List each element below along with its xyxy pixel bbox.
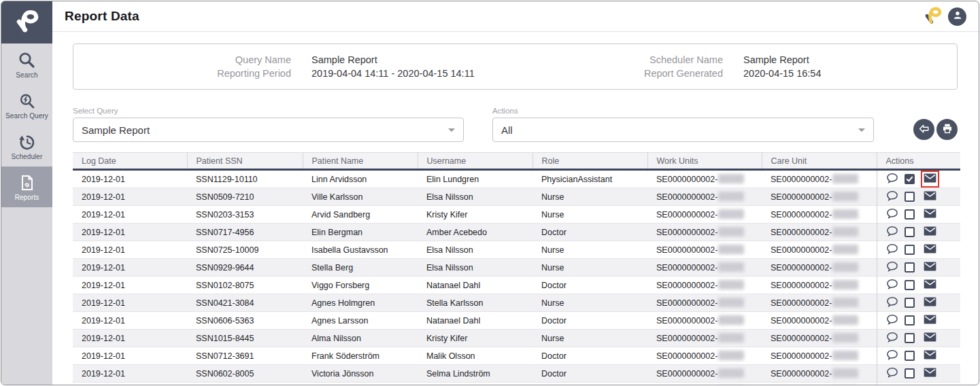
cell-patient-ssn: SSN0602-8005 [187, 365, 303, 383]
row-checkbox[interactable] [905, 368, 915, 379]
row-checkbox[interactable] [905, 333, 915, 343]
mail-button[interactable] [924, 191, 936, 203]
back-arrow-icon [917, 122, 930, 137]
redacted-value [832, 333, 858, 343]
cell-role: Nurse [533, 259, 647, 277]
cell-username: Elsa Nilsson [418, 188, 533, 206]
redacted-value [718, 227, 744, 236]
sidebar-item-reports[interactable]: Reports [1, 166, 52, 207]
row-checkbox[interactable] [905, 315, 915, 326]
mail-button[interactable] [924, 226, 936, 238]
chevron-down-icon [858, 128, 865, 132]
mail-highlight-box [921, 347, 939, 364]
mail-button[interactable] [924, 332, 936, 344]
cell-work-units: SE0000000002- [647, 347, 762, 365]
cell-care-unit: SE0000000002- [762, 383, 877, 386]
mail-button[interactable] [924, 173, 936, 185]
envelope-icon [924, 226, 936, 238]
row-checkbox[interactable] [905, 298, 915, 308]
row-checkbox[interactable] [905, 351, 915, 361]
cell-username: Kristy Kifer [418, 206, 533, 224]
cell-patient-ssn: SSN0717-4956 [187, 224, 303, 241]
cell-patient-name: Ville Karlsson [303, 188, 418, 206]
cell-patient-name: Agnes Larsson [303, 312, 418, 330]
back-button[interactable] [913, 119, 934, 140]
sidebar-item-scheduler[interactable]: Scheduler [1, 126, 52, 166]
cell-role: Doctor [533, 347, 647, 365]
mail-button[interactable] [924, 297, 936, 309]
comment-button[interactable] [886, 226, 898, 239]
cell-log-date: 2019-12-01 [73, 383, 187, 386]
comment-button[interactable] [886, 296, 898, 309]
sidebar-nav: Search Search Query [1, 43, 52, 207]
cell-patient-ssn: SSN0712-3691 [187, 347, 303, 365]
user-avatar-button[interactable] [948, 7, 966, 26]
cell-care-unit: SE0000000002- [762, 241, 877, 259]
row-checkbox[interactable] [905, 192, 915, 202]
mail-button[interactable] [924, 244, 936, 256]
row-checkbox[interactable] [905, 227, 915, 237]
cell-username: Selma Lindström [418, 365, 533, 383]
comment-button[interactable] [886, 261, 898, 274]
row-checkbox[interactable] [905, 209, 915, 220]
envelope-icon [924, 297, 936, 309]
cell-patient-ssn: SSN0203-3153 [187, 206, 303, 224]
cell-patient-name: Elin Bergman [303, 224, 418, 241]
cell-work-units: SE0000000002- [647, 365, 762, 383]
report-generated-label: Report Generated [604, 68, 723, 79]
envelope-icon [924, 173, 936, 185]
mail-button[interactable] [924, 262, 936, 273]
redacted-value [832, 192, 858, 201]
scheduler-name-value: Sample Report [723, 54, 957, 65]
comment-button[interactable] [886, 279, 898, 292]
comment-button[interactable] [886, 173, 898, 186]
sidebar-item-label: Search Query [5, 112, 48, 120]
chevron-down-icon [448, 128, 455, 132]
row-checkbox[interactable] [905, 262, 915, 273]
cell-work-units: SE0000000002- [647, 206, 762, 224]
mail-button[interactable] [924, 315, 936, 326]
mail-highlight-box [921, 224, 939, 241]
cell-log-date: 2019-12-01 [73, 259, 187, 277]
comment-button[interactable] [886, 243, 898, 256]
cell-patient-ssn: SSN0725-10009 [187, 241, 303, 259]
print-button[interactable] [936, 119, 958, 140]
comment-button[interactable] [886, 332, 898, 345]
row-checkbox[interactable] [905, 280, 915, 290]
cell-actions [877, 170, 960, 188]
redacted-value [718, 351, 744, 360]
mail-button[interactable] [924, 279, 936, 291]
select-query-dropdown[interactable]: Sample Report [73, 118, 464, 142]
row-checkbox[interactable] [905, 245, 915, 255]
sidebar-item-search[interactable]: Search [1, 43, 52, 85]
row-checkbox[interactable] [905, 174, 915, 184]
comment-button[interactable] [886, 314, 898, 327]
cell-actions [877, 259, 960, 277]
mail-button[interactable] [924, 368, 936, 379]
comment-button[interactable] [886, 208, 898, 221]
column-header: Work Units [647, 153, 762, 170]
speech-bubble-icon [886, 190, 898, 203]
redacted-value [718, 262, 744, 272]
cell-actions [877, 241, 960, 259]
mail-button[interactable] [924, 209, 936, 220]
redacted-value [718, 209, 744, 219]
cell-username: Malik Olsson [418, 347, 533, 365]
comment-button[interactable] [886, 385, 898, 385]
mail-highlight-box [921, 206, 939, 223]
cell-role: Doctor [533, 224, 647, 241]
printer-icon [941, 122, 953, 137]
table-header: Log DatePatient SSNPatient NameUsernameR… [73, 153, 960, 170]
comment-button[interactable] [886, 190, 898, 203]
search-icon [18, 51, 36, 69]
sidebar-item-search-query[interactable]: Search Query [1, 85, 52, 126]
sidebar-item-label: Scheduler [12, 153, 43, 160]
page-title: Report Data [65, 9, 139, 24]
comment-button[interactable] [886, 349, 898, 362]
speech-bubble-icon [886, 226, 898, 239]
comment-button[interactable] [886, 367, 898, 380]
brand-logo[interactable] [1, 1, 52, 43]
mail-button[interactable] [924, 350, 936, 362]
column-header: Log Date [73, 153, 187, 170]
actions-dropdown[interactable]: All [492, 118, 874, 142]
